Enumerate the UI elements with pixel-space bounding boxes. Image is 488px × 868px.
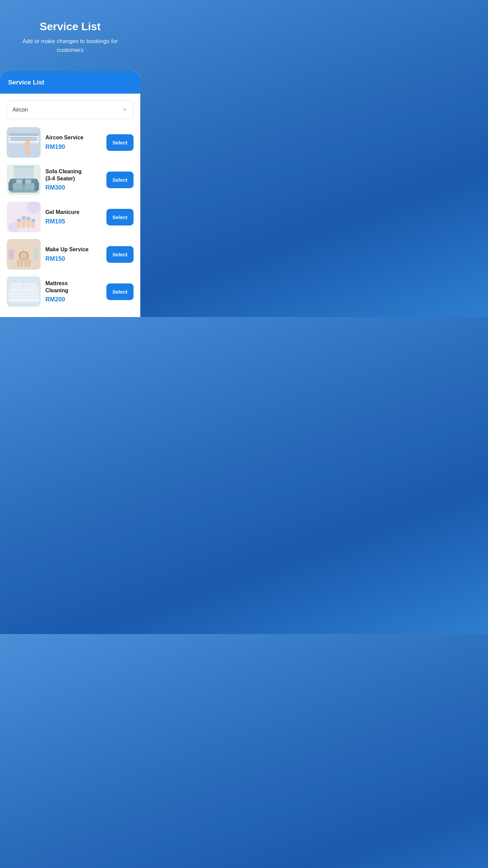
service-price: RM105	[45, 218, 102, 225]
list-item: Make Up Service RM150 Select	[7, 239, 134, 270]
svg-rect-34	[20, 259, 23, 267]
service-info-makeup: Make Up Service RM150	[45, 246, 102, 262]
svg-rect-28	[31, 219, 35, 222]
service-price: RM200	[45, 296, 102, 303]
svg-rect-46	[8, 297, 39, 298]
card-title: Service List	[8, 79, 44, 86]
service-name: Aircon Service	[45, 134, 102, 141]
svg-rect-17	[25, 179, 31, 183]
svg-rect-43	[8, 291, 39, 292]
service-image-aircon	[7, 127, 41, 158]
header-area: Service List Add or make changes to book…	[0, 0, 140, 64]
svg-rect-13	[34, 181, 39, 191]
svg-rect-26	[22, 216, 26, 219]
service-price: RM300	[45, 184, 102, 191]
list-item: MattressCleaning RM200 Select	[7, 276, 134, 307]
svg-rect-27	[26, 217, 30, 220]
service-name: Gel Manicure	[45, 209, 102, 216]
service-info-aircon: Aircon Service RM190	[45, 134, 102, 151]
svg-rect-15	[25, 183, 35, 189]
svg-rect-8	[14, 166, 34, 180]
search-bar: ×	[7, 100, 134, 119]
select-button-manicure[interactable]: Select	[106, 209, 134, 225]
svg-point-6	[25, 140, 30, 144]
svg-rect-16	[16, 179, 22, 183]
svg-rect-45	[8, 295, 39, 296]
svg-rect-3	[10, 137, 37, 138]
svg-rect-37	[8, 249, 14, 259]
service-price: RM150	[45, 255, 102, 262]
service-name: Sofa Cleaning(3-4 Seater)	[45, 168, 102, 182]
svg-rect-25	[17, 219, 21, 222]
service-image-makeup	[7, 239, 41, 270]
svg-rect-2	[8, 133, 39, 136]
select-button-sofa[interactable]: Select	[106, 172, 134, 188]
list-item: Sofa Cleaning(3-4 Seater) RM300 Select	[7, 164, 134, 195]
svg-rect-33	[17, 259, 20, 267]
service-name: MattressCleaning	[45, 280, 102, 294]
svg-rect-38	[34, 248, 38, 259]
select-button-mattress[interactable]: Select	[106, 283, 134, 300]
clear-icon[interactable]: ×	[121, 105, 128, 114]
list-item: Aircon Service RM190 Select	[7, 127, 134, 158]
page-title: Service List	[10, 20, 130, 33]
service-image-manicure	[7, 202, 41, 232]
service-price: RM190	[45, 143, 102, 151]
service-image-sofa	[7, 164, 41, 195]
service-image-mattress	[7, 276, 41, 307]
svg-rect-48	[12, 284, 22, 289]
service-list: Aircon Service RM190 Select	[7, 127, 134, 307]
service-info-sofa: Sofa Cleaning(3-4 Seater) RM300	[45, 168, 102, 192]
svg-rect-12	[8, 181, 13, 191]
svg-rect-14	[13, 183, 22, 189]
card-body: ×	[0, 94, 140, 317]
card-header: Service List	[0, 71, 140, 94]
main-card: Service List ×	[0, 71, 140, 317]
service-info-manicure: Gel Manicure RM105	[45, 209, 102, 225]
search-input[interactable]	[13, 107, 121, 113]
svg-rect-9	[14, 166, 34, 167]
list-item: Gel Manicure RM105 Select	[7, 202, 134, 232]
svg-rect-4	[10, 139, 37, 140]
svg-point-32	[20, 252, 27, 259]
svg-rect-44	[8, 293, 39, 294]
svg-rect-50	[25, 284, 36, 289]
svg-rect-35	[24, 259, 27, 267]
select-button-makeup[interactable]: Select	[106, 246, 134, 263]
svg-rect-36	[28, 259, 30, 267]
service-info-mattress: MattressCleaning RM200	[45, 280, 102, 303]
page-subtitle: Add or make changes to bookings for cust…	[10, 37, 130, 54]
service-name: Make Up Service	[45, 246, 102, 253]
select-button-aircon[interactable]: Select	[106, 134, 134, 151]
